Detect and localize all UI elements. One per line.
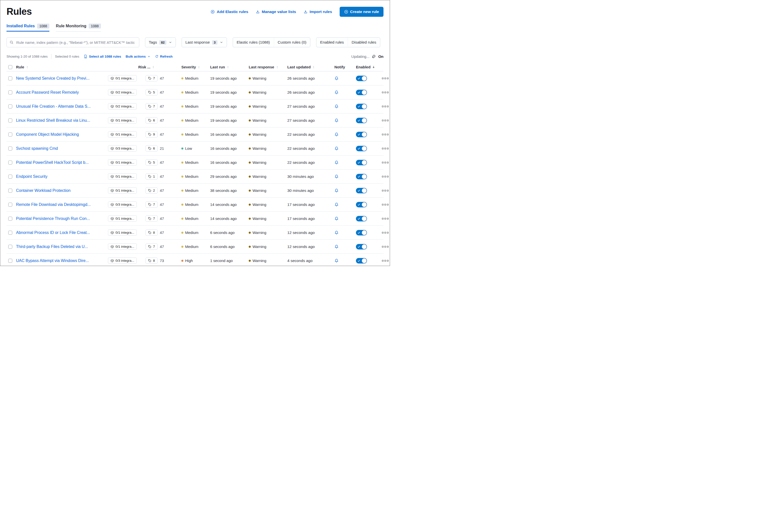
rule-link[interactable]: Abnormal Process ID or Lock File Creat..… [16,231,90,235]
bell-icon[interactable] [334,216,339,221]
tags-badge[interactable]: 5 [146,159,157,165]
create-new-rule-button[interactable]: Create new rule [340,7,384,17]
integrations-badge[interactable]: 0/1 integra... [108,131,137,138]
column-header-last-updated[interactable]: Last updated [287,65,330,69]
row-checkbox[interactable] [8,203,12,207]
rule-link[interactable]: Potential Persistence Through Run Con... [16,216,90,221]
bell-icon[interactable] [334,90,339,94]
row-checkbox[interactable] [8,118,12,123]
bell-icon[interactable] [334,174,339,179]
enabled-toggle[interactable] [356,244,367,249]
enabled-toggle[interactable] [356,90,367,95]
column-header-last-response[interactable]: Last response [249,65,287,69]
disabled-rules-filter-button[interactable]: Disabled rules [348,38,380,47]
integrations-badge[interactable]: 0/1 integra... [108,159,137,165]
integrations-badge[interactable]: 0/1 integra... [108,173,137,180]
integrations-badge[interactable]: 0/3 integra... [108,257,137,264]
row-actions-menu[interactable] [381,91,390,94]
integrations-badge[interactable]: 0/1 integra... [108,215,137,222]
row-actions-menu[interactable] [381,259,390,262]
tags-filter-button[interactable]: Tags 82 [145,37,176,47]
enabled-toggle[interactable] [356,258,367,263]
refresh-button[interactable]: Refresh [155,55,173,58]
row-actions-menu[interactable] [381,119,390,122]
tags-badge[interactable]: 7 [146,215,157,222]
select-all-link[interactable]: Select all 1088 rules [84,55,121,58]
tags-badge[interactable]: 9 [146,131,157,138]
enabled-toggle[interactable] [356,160,367,165]
integrations-badge[interactable]: 0/1 integra... [108,243,137,250]
rule-link[interactable]: New Systemd Service Created by Previ... [16,76,89,81]
rule-link[interactable]: Component Object Model Hijacking [16,132,79,137]
row-checkbox[interactable] [8,90,12,94]
row-checkbox[interactable] [8,133,12,137]
row-actions-menu[interactable] [381,245,390,248]
row-checkbox[interactable] [8,189,12,193]
bell-icon[interactable] [334,202,339,207]
column-header-severity[interactable]: Severity [181,65,210,69]
bulk-actions-button[interactable]: Bulk actions [126,55,151,58]
tags-badge[interactable]: 2 [146,187,157,194]
import-rules-button[interactable]: Import rules [304,9,332,14]
enabled-toggle[interactable] [356,104,367,109]
rule-link[interactable]: Third-party Backup Files Deleted via U..… [16,244,88,249]
enabled-toggle[interactable] [356,230,367,235]
bell-icon[interactable] [334,188,339,193]
row-actions-menu[interactable] [381,203,390,206]
enabled-toggle[interactable] [356,146,367,151]
tags-badge[interactable]: 7 [146,201,157,208]
column-header-risk[interactable]: Risk ... [138,65,181,69]
row-checkbox[interactable] [8,231,12,235]
elastic-rules-filter-button[interactable]: Elastic rules (1088) [233,38,274,47]
row-actions-menu[interactable] [381,133,390,136]
tags-badge[interactable]: 7 [146,103,157,109]
integrations-badge[interactable]: 0/3 integra... [108,201,137,208]
bell-icon[interactable] [334,118,339,123]
tags-badge[interactable]: 7 [146,75,157,82]
row-checkbox[interactable] [8,175,12,179]
row-checkbox[interactable] [8,245,12,249]
enabled-toggle[interactable] [356,132,367,137]
rule-link[interactable]: Svchost spawning Cmd [16,146,58,151]
rule-link[interactable]: Unusual File Creation - Alternate Data S… [16,104,91,109]
integrations-badge[interactable]: 0/1 integra... [108,117,137,124]
row-actions-menu[interactable] [381,175,390,178]
enabled-toggle[interactable] [356,202,367,207]
tags-badge[interactable]: 7 [146,243,157,250]
tags-badge[interactable]: 8 [146,257,157,264]
bell-icon[interactable] [334,146,339,150]
enabled-rules-filter-button[interactable]: Enabled rules [316,38,348,47]
column-header-enabled[interactable]: Enabled [356,65,381,69]
row-checkbox[interactable] [8,77,12,81]
bell-icon[interactable] [334,132,339,137]
row-actions-menu[interactable] [381,161,390,164]
integrations-badge[interactable]: 0/2 integra... [108,89,137,95]
enabled-toggle[interactable] [356,76,367,81]
integrations-badge[interactable]: 0/3 integra... [108,145,137,151]
tags-badge[interactable]: 1 [146,173,157,180]
rule-link[interactable]: UAC Bypass Attempt via Windows Dire... [16,258,89,263]
select-all-checkbox[interactable] [8,65,12,69]
row-checkbox[interactable] [8,259,12,263]
manage-value-lists-button[interactable]: Manage value lists [256,9,296,14]
row-actions-menu[interactable] [381,231,390,234]
bell-icon[interactable] [334,104,339,108]
enabled-toggle[interactable] [356,174,367,179]
bell-icon[interactable] [334,160,339,164]
rule-link[interactable]: Remote File Download via Desktopimgd... [16,202,91,207]
enabled-toggle[interactable] [356,216,367,222]
row-actions-menu[interactable] [381,189,390,192]
tags-badge[interactable]: 8 [146,230,157,236]
row-checkbox[interactable] [8,216,12,221]
rule-link[interactable]: Container Workload Protection [16,188,70,193]
row-actions-menu[interactable] [381,147,390,150]
tab-installed-rules[interactable]: Installed Rules 1088 [6,23,49,32]
rule-link[interactable]: Potential PowerShell HackTool Script b..… [16,160,89,165]
bell-icon[interactable] [334,76,339,81]
auto-refresh-status[interactable]: Updating... On [351,54,384,59]
row-actions-menu[interactable] [381,77,390,80]
rule-search-input[interactable] [6,37,139,47]
rule-link[interactable]: Endpoint Security [16,174,47,179]
integrations-badge[interactable]: 0/2 integra... [108,103,137,109]
rule-link[interactable]: Account Password Reset Remotely [16,90,79,95]
